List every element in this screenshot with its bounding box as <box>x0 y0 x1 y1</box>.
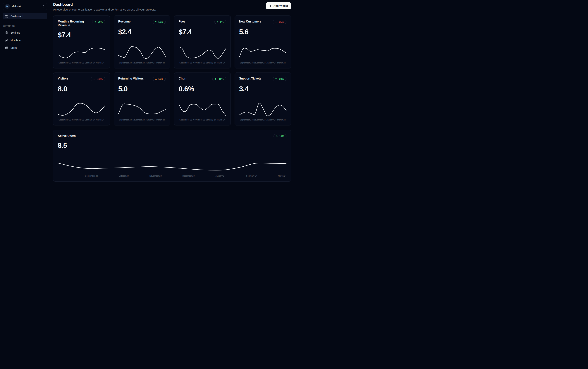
add-widget-label: Add Widget <box>274 4 288 7</box>
x-axis-labels: September 23November 23January 24March 2… <box>239 119 287 121</box>
page-title: Dashboard <box>53 2 156 7</box>
trend-value: 10% <box>279 135 284 138</box>
stat-card: Returning Visitors 10% 5.0 September 23N… <box>114 72 170 125</box>
trend-value: -4.3% <box>96 78 103 80</box>
arrow-up-icon <box>275 78 277 80</box>
stat-card: Active Users 10% 8.5 September 23October… <box>53 130 291 182</box>
stat-card-value: 8.5 <box>58 142 286 149</box>
sidebar-nav: Dashboard <box>3 13 47 19</box>
x-axis-label: January 24 <box>145 119 155 121</box>
sparkline-chart <box>239 45 287 60</box>
sidebar-item-dashboard[interactable]: Dashboard <box>3 13 47 19</box>
sparkline-chart <box>58 161 286 173</box>
stat-card: Visitors -4.3% 8.0 September 23November … <box>53 72 110 125</box>
credit-card-icon <box>5 46 8 49</box>
stat-card-value: $7.4 <box>179 28 226 36</box>
sparkline-chart <box>118 45 166 60</box>
x-axis-label: September 23 <box>59 62 71 64</box>
stat-card-value: 3.4 <box>239 85 287 93</box>
arrow-up-icon <box>217 21 219 23</box>
sidebar-item-billing[interactable]: Billing <box>3 44 47 51</box>
sidebar-item-label: Billing <box>10 46 17 49</box>
x-axis-label: March 24 <box>156 62 165 64</box>
cards-grid: Monthly Recurring Revenue 20% $7.4 Septe… <box>53 16 291 182</box>
x-axis-label: November 23 <box>72 119 84 121</box>
x-axis-labels: September 23November 23January 24March 2… <box>179 119 226 121</box>
trend-badge: 9% <box>215 20 226 24</box>
x-axis-label: January 24 <box>266 62 276 64</box>
x-axis-label: January 24 <box>85 119 95 121</box>
x-axis-label: January 24 <box>85 62 95 64</box>
stat-card-header: Monthly Recurring Revenue 20% <box>58 20 105 27</box>
workspace-name: Makerkit <box>12 5 41 8</box>
trend-badge: -10% <box>212 77 226 81</box>
workspace-switcher[interactable]: M Makerkit <box>3 3 47 10</box>
add-widget-button[interactable]: Add Widget <box>266 2 291 9</box>
x-axis-label: January 24 <box>215 175 225 177</box>
x-axis-label: March 24 <box>96 119 104 121</box>
sidebar-item-members[interactable]: Members <box>3 37 47 43</box>
stat-card: Fees 9% $7.4 September 23November 23Janu… <box>174 16 231 68</box>
x-axis-label: October 23 <box>119 175 129 177</box>
stat-card-header: Fees 9% <box>179 20 226 24</box>
sparkline-chart <box>239 102 287 117</box>
sidebar-item-label: Members <box>10 39 21 42</box>
arrow-down-icon <box>93 78 95 80</box>
x-axis-label: November 23 <box>253 119 266 121</box>
main-content: Dashboard An overview of your organizati… <box>50 0 294 184</box>
x-axis-labels: September 23November 23January 24March 2… <box>58 62 105 64</box>
trend-value: -10% <box>218 78 224 80</box>
trend-badge: -4.3% <box>91 77 105 81</box>
stat-card-title: Fees <box>179 20 185 23</box>
trend-value: 20% <box>98 20 103 23</box>
sparkline-chart <box>179 45 226 60</box>
arrow-up-icon <box>94 21 96 23</box>
x-axis-label: February 24 <box>246 175 257 177</box>
trend-value: 9% <box>220 20 224 23</box>
settings-section: Settings Members Billing <box>3 29 47 51</box>
sidebar-item-settings[interactable]: Settings <box>3 29 47 36</box>
x-axis-label: March 24 <box>278 175 286 177</box>
stat-card-header: Returning Visitors 10% <box>118 77 166 81</box>
x-axis-label: March 24 <box>217 62 225 64</box>
x-axis-labels: September 23November 23January 24March 2… <box>58 119 105 121</box>
stat-card-title: Monthly Recurring Revenue <box>58 20 91 27</box>
stat-card-title: New Customers <box>239 20 261 23</box>
trend-badge: 20% <box>92 20 105 24</box>
x-axis-label: November 23 <box>72 62 84 64</box>
x-axis-label: January 24 <box>145 62 155 64</box>
x-axis-label: September 23 <box>179 62 192 64</box>
sidebar-item-label: Dashboard <box>10 15 23 18</box>
arrow-up-icon <box>214 78 217 80</box>
workspace-avatar: M <box>5 4 10 9</box>
x-axis-label: November 23 <box>193 62 205 64</box>
trend-badge: 12% <box>153 20 165 24</box>
x-axis-label: March 24 <box>96 62 104 64</box>
stat-card-title: Revenue <box>118 20 131 23</box>
trend-value: -30% <box>279 78 284 80</box>
stat-card: Monthly Recurring Revenue 20% $7.4 Septe… <box>53 16 110 68</box>
x-axis-label: September 23 <box>119 119 132 121</box>
stat-card-title: Support Tickets <box>239 77 261 81</box>
sparkline-chart <box>179 102 226 117</box>
trend-value: 12% <box>158 20 163 23</box>
sparkline-chart <box>58 45 105 60</box>
x-axis-label: December 23 <box>182 175 195 177</box>
menu-icon <box>155 78 157 80</box>
x-axis-label: March 24 <box>156 119 165 121</box>
x-axis-label: November 23 <box>149 175 162 177</box>
stat-card-header: Churn -10% <box>179 77 226 81</box>
stat-card-value: 5.6 <box>239 28 287 36</box>
x-axis-label: March 24 <box>277 62 286 64</box>
x-axis-label: November 23 <box>253 62 266 64</box>
x-axis-label: September 23 <box>240 119 253 121</box>
page-subtitle: An overview of your organization's activ… <box>53 8 156 11</box>
settings-section-heading: SETTINGS <box>3 25 47 27</box>
stat-card-header: Support Tickets -30% <box>239 77 287 81</box>
stat-card-value: $2.4 <box>118 28 166 36</box>
trend-badge: 10% <box>274 134 286 138</box>
sidebar: M Makerkit Dashboard SETTINGS <box>0 0 50 184</box>
trend-badge: -30% <box>273 77 286 81</box>
x-axis-labels: September 23November 23January 24March 2… <box>179 62 226 64</box>
users-icon <box>5 39 8 42</box>
